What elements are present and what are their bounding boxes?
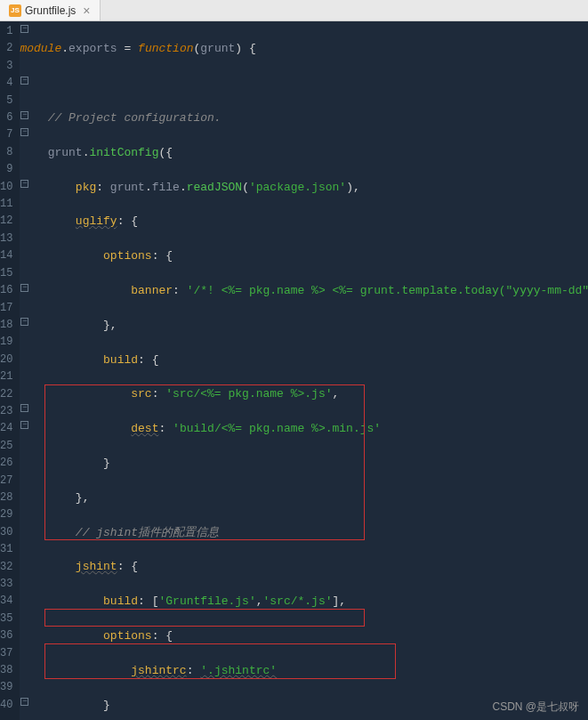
- watermark: CSDN @是七叔呀: [492, 700, 579, 715]
- line-num: 13: [0, 231, 12, 247]
- line-num: 15: [0, 265, 12, 282]
- line-num: 18: [0, 317, 12, 334]
- line-num: 38: [0, 662, 12, 679]
- line-num: 33: [0, 576, 12, 593]
- line-num: 22: [0, 386, 12, 403]
- line-gutter: 1 2 3 4 5 6 7 8 9 10 11 12 13 14 15 16 1…: [0, 21, 20, 720]
- code-content[interactable]: module.exports = function(grunt) { // Pr…: [20, 21, 588, 720]
- line-num: 26: [0, 455, 12, 472]
- line-num: 6: [0, 109, 12, 126]
- line-num: 29: [0, 506, 12, 523]
- line-num: 12: [0, 213, 12, 230]
- line-num: 7: [0, 126, 12, 143]
- line-num: 37: [0, 645, 12, 662]
- line-num: 3: [0, 58, 12, 75]
- line-num: 16: [0, 282, 12, 299]
- line-num: 40: [0, 697, 12, 714]
- line-num: 25: [0, 438, 12, 455]
- line-num: 28: [0, 489, 12, 506]
- js-file-icon: JS: [9, 4, 21, 17]
- line-num: 2: [0, 40, 12, 57]
- close-icon[interactable]: ×: [83, 4, 90, 18]
- line-num: 36: [0, 627, 12, 644]
- line-num: 14: [0, 247, 12, 264]
- line-num: 10: [0, 179, 12, 196]
- line-num: 39: [0, 679, 12, 696]
- file-tab[interactable]: JS Gruntfile.js ×: [0, 0, 101, 20]
- highlight-box-load: [44, 609, 365, 627]
- line-num: 9: [0, 161, 12, 178]
- line-num: 34: [0, 593, 12, 610]
- line-num: 30: [0, 524, 12, 541]
- line-num: 1: [0, 23, 12, 40]
- line-num: 20: [0, 352, 12, 368]
- tab-filename: Gruntfile.js: [25, 4, 76, 17]
- line-num: 4: [0, 75, 12, 92]
- line-num: 21: [0, 368, 12, 385]
- line-num: 8: [0, 144, 12, 161]
- line-num: 27: [0, 473, 12, 489]
- line-num: 23: [0, 403, 12, 420]
- line-num: 5: [0, 93, 12, 109]
- line-num: 19: [0, 334, 12, 351]
- line-num: 35: [0, 611, 12, 627]
- line-num: 24: [0, 420, 12, 437]
- line-num: 31: [0, 541, 12, 558]
- line-num: 17: [0, 300, 12, 317]
- line-num: 11: [0, 196, 12, 213]
- tab-bar: JS Gruntfile.js ×: [0, 0, 588, 21]
- code-editor[interactable]: 1 2 3 4 5 6 7 8 9 10 11 12 13 14 15 16 1…: [0, 21, 588, 720]
- line-num: 32: [0, 559, 12, 576]
